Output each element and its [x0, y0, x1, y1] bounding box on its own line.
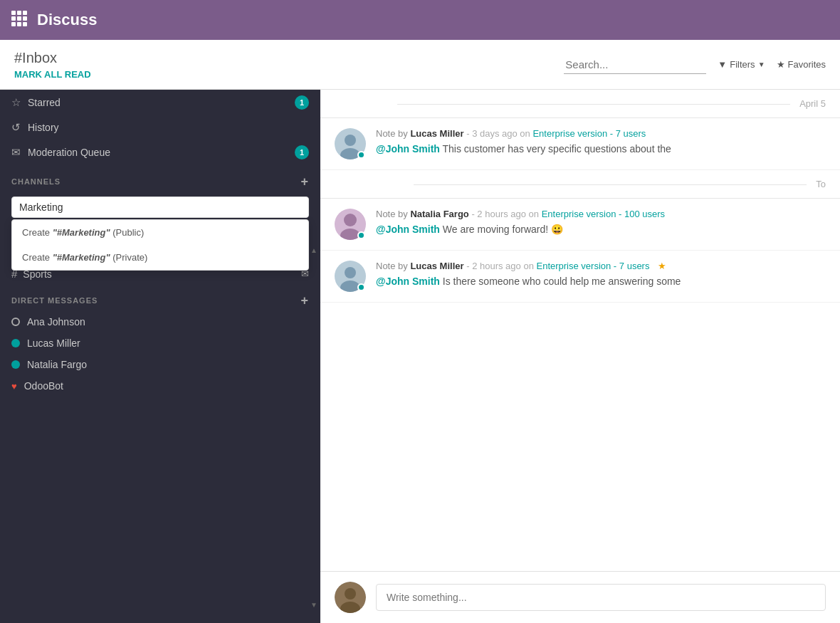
- online-status-icon: [11, 360, 20, 369]
- public-label: (Public): [112, 227, 144, 238]
- private-channel-name: "#Marketing": [53, 252, 110, 263]
- chevron-icon: ▼: [758, 61, 765, 68]
- message-meta: Note by Lucas Miller - 3 days ago on Ent…: [376, 128, 826, 139]
- message-channel-link[interactable]: Enterprise version - 7 users: [532, 128, 646, 139]
- message-body: @John Smith We are moving forward! 😀: [376, 222, 826, 237]
- message-meta: Note by Natalia Fargo - 2 hours ago on E…: [376, 209, 826, 219]
- inbox-label: #Inbox: [14, 50, 91, 66]
- public-channel-name: "#Marketing": [53, 227, 110, 238]
- avatar-container: [335, 209, 366, 240]
- create-private-channel-item[interactable]: Create "#Marketing" (Private): [12, 245, 308, 270]
- svg-rect-5: [23, 16, 27, 21]
- channel-dropdown: Create "#Marketing" (Public) Create "#Ma…: [11, 219, 309, 271]
- compose-avatar-container: [335, 582, 366, 613]
- dm-item-odoobot[interactable]: ♥ OdooBot: [0, 375, 320, 397]
- svg-point-10: [345, 135, 356, 146]
- online-dot: [357, 151, 365, 159]
- sidebar-item-moderation[interactable]: ✉ Moderation Queue 1: [0, 140, 320, 165]
- private-label: (Private): [112, 252, 147, 263]
- message-author: Lucas Miller: [410, 128, 463, 139]
- dm-natalia-label: Natalia Fargo: [27, 359, 87, 370]
- message-channel-link[interactable]: Enterprise version - 100 users: [542, 209, 665, 219]
- dm-ana-label: Ana Johnson: [27, 316, 85, 328]
- mention: @John Smith: [376, 276, 440, 287]
- svg-rect-8: [23, 22, 27, 26]
- starred-icon: ★: [658, 261, 666, 271]
- channel-create-row: Create "#Marketing" (Public) Create "#Ma…: [0, 192, 320, 222]
- message-meta: Note by Lucas Miller - 2 hours ago on En…: [376, 261, 826, 271]
- starred-badge: 1: [295, 95, 309, 110]
- search-input[interactable]: [564, 56, 706, 74]
- create-public-channel-item[interactable]: Create "#Marketing" (Public): [12, 220, 308, 245]
- scroll-up-hint[interactable]: ▲: [310, 246, 317, 254]
- grid-icon[interactable]: [11, 11, 27, 30]
- offline-status-icon: [11, 318, 20, 326]
- online-dot: [357, 283, 365, 291]
- svg-rect-7: [17, 22, 21, 26]
- channels-section-header: CHANNELS +: [0, 165, 320, 192]
- message-body: @John Smith Is there someone who could h…: [376, 274, 826, 289]
- funnel-icon: ▼: [718, 59, 727, 70]
- moderation-label: Moderation Queue: [28, 147, 295, 158]
- channel-name-input[interactable]: [11, 197, 309, 218]
- app-title: Discuss: [37, 11, 97, 29]
- star-outline-icon: ☆: [11, 96, 21, 109]
- topbar: Discuss: [0, 0, 840, 40]
- message-time: - 2 hours ago on: [471, 209, 541, 219]
- mark-all-read-button[interactable]: MARK ALL READ: [14, 69, 91, 80]
- subheader-right: ▼ Filters ▼ ★ Favorites: [564, 56, 826, 74]
- main-area: ☆ Starred 1 ↺ History ✉ Moderation Queue…: [0, 90, 840, 623]
- date-label: April 5: [799, 98, 826, 109]
- compose-input[interactable]: [376, 584, 826, 611]
- message-row: Note by Natalia Fargo - 2 hours ago on E…: [320, 199, 840, 251]
- date-to-label: To: [816, 179, 826, 189]
- avatar-container: [335, 128, 366, 159]
- history-label: History: [28, 122, 309, 133]
- compose-area: [320, 571, 840, 623]
- sidebar-scroll: ☆ Starred 1 ↺ History ✉ Moderation Queue…: [0, 90, 320, 623]
- svg-rect-1: [17, 11, 21, 15]
- sidebar-item-starred[interactable]: ☆ Starred 1: [0, 90, 320, 115]
- message-channel-link[interactable]: Enterprise version - 7 users: [536, 261, 649, 271]
- add-channel-button[interactable]: +: [300, 175, 309, 188]
- avatar-container: [335, 261, 366, 292]
- channels-section-label: CHANNELS: [11, 177, 61, 186]
- message-content: Note by Lucas Miller - 3 days ago on Ent…: [376, 128, 826, 159]
- scroll-down-hint[interactable]: ▼: [310, 601, 317, 609]
- date-separator-april: April 5: [320, 90, 840, 118]
- online-dot: [357, 231, 365, 239]
- dm-lucas-label: Lucas Miller: [27, 337, 80, 349]
- message-time: - 2 hours ago on: [466, 261, 536, 271]
- filters-label: Filters: [730, 59, 755, 70]
- online-status-icon: [11, 339, 20, 347]
- message-time: - 3 days ago on: [466, 128, 532, 139]
- envelope-icon: ✉: [11, 146, 21, 159]
- compose-avatar: [335, 582, 366, 613]
- dm-odoobot-label: OdooBot: [24, 380, 63, 392]
- starred-label: Starred: [28, 97, 295, 108]
- dm-item-lucas-miller[interactable]: Lucas Miller: [0, 333, 320, 354]
- svg-rect-2: [23, 11, 27, 15]
- messages-container: April 5 Note by Lucas Mi: [320, 90, 840, 571]
- message-row: Note by Lucas Miller - 2 hours ago on En…: [320, 251, 840, 303]
- message-author: Natalia Fargo: [410, 209, 468, 219]
- direct-messages-section-header: DIRECT MESSAGES +: [0, 284, 320, 311]
- favorites-label: Favorites: [788, 59, 826, 70]
- message-body: @John Smith This customer has very speci…: [376, 142, 826, 157]
- direct-messages-label: DIRECT MESSAGES: [11, 296, 98, 305]
- sidebar-item-history[interactable]: ↺ History: [0, 115, 320, 140]
- filters-button[interactable]: ▼ Filters ▼: [718, 59, 765, 70]
- favorites-button[interactable]: ★ Favorites: [777, 59, 826, 70]
- content-area: April 5 Note by Lucas Mi: [320, 90, 840, 623]
- svg-point-16: [345, 267, 356, 278]
- add-dm-button[interactable]: +: [300, 294, 309, 307]
- dm-item-ana-johnson[interactable]: Ana Johnson: [0, 311, 320, 333]
- message-author: Lucas Miller: [410, 261, 463, 271]
- message-content: Note by Lucas Miller - 2 hours ago on En…: [376, 261, 826, 292]
- mention: @John Smith: [376, 143, 440, 155]
- message-content: Note by Natalia Fargo - 2 hours ago on E…: [376, 209, 826, 240]
- subheader: #Inbox MARK ALL READ ▼ Filters ▼ ★ Favor…: [0, 40, 840, 90]
- subheader-left: #Inbox MARK ALL READ: [14, 50, 91, 80]
- svg-point-19: [345, 588, 356, 600]
- dm-item-natalia-fargo[interactable]: Natalia Fargo: [0, 354, 320, 375]
